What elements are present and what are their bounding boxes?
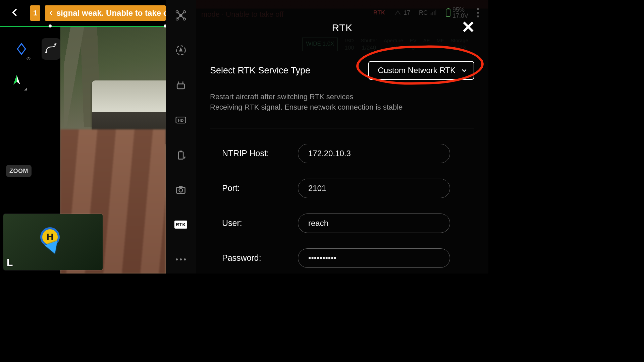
svg-rect-11 [177, 84, 184, 88]
svg-rect-17 [179, 150, 182, 152]
ntrip-host-label: NTRIP Host: [222, 148, 298, 158]
password-input[interactable]: •••••••••• [298, 248, 450, 268]
remote-controller-icon [175, 79, 187, 91]
chevron-down-icon [461, 67, 468, 74]
obstacle-avoid-button[interactable] [12, 38, 31, 60]
svg-point-5 [183, 11, 185, 13]
service-type-select[interactable]: Custom Network RTK [368, 61, 474, 80]
service-hints: Restart aircraft after switching RTK ser… [210, 92, 474, 113]
camera-icon [175, 184, 187, 196]
chevron-left-icon [48, 10, 54, 16]
svg-marker-10 [179, 47, 183, 52]
svg-marker-3 [13, 75, 17, 84]
back-button[interactable] [0, 0, 30, 26]
settings-sidebar: HD RTK [166, 0, 196, 274]
transmission-settings-button[interactable]: HD [174, 113, 187, 127]
rc-settings-button[interactable] [174, 78, 187, 92]
aircraft-settings-button[interactable] [174, 9, 187, 22]
chevron-left-icon [10, 7, 20, 19]
ntrip-form: NTRIP Host: 172.20.10.3 Port: 2101 User:… [210, 128, 474, 274]
rtk-panel: RTK Select RTK Service Type Custom Netwo… [196, 0, 488, 274]
left-toolbar: ZOOM [0, 27, 60, 177]
route-icon [44, 42, 58, 56]
svg-point-7 [183, 18, 185, 20]
compass-arrow-icon [10, 74, 23, 87]
service-type-value: Custom Network RTK [378, 66, 455, 75]
mini-map[interactable]: H L [3, 214, 103, 270]
ellipsis-icon [176, 258, 186, 260]
svg-marker-0 [17, 44, 25, 54]
rtk-icon: RTK [174, 221, 187, 229]
panel-title: RTK [210, 22, 474, 34]
rtk-settings-button[interactable]: RTK [174, 218, 187, 231]
hd-icon: HD [175, 114, 187, 126]
svg-point-1 [45, 51, 47, 53]
user-label: User: [222, 218, 298, 228]
port-label: Port: [222, 183, 298, 193]
svg-marker-18 [184, 157, 185, 159]
more-settings-button[interactable] [174, 253, 187, 266]
gimbal-settings-button[interactable] [174, 183, 187, 196]
radar-icon [175, 44, 187, 56]
close-button[interactable] [462, 20, 475, 35]
warning-banner[interactable]: signal weak. Unable to take off [45, 5, 166, 21]
drone-icon [175, 9, 187, 21]
battery-settings-button[interactable] [174, 148, 187, 162]
svg-rect-21 [179, 186, 183, 188]
diamond-icon [15, 42, 28, 56]
corner-indicator-icon [24, 88, 27, 90]
map-corner-label: L [7, 257, 13, 268]
heading-button[interactable] [6, 70, 28, 91]
svg-text:HD: HD [178, 118, 184, 122]
user-input[interactable]: reach [298, 214, 450, 233]
svg-rect-16 [178, 152, 183, 159]
flight-route-button[interactable] [42, 38, 60, 60]
port-input[interactable]: 2101 [298, 179, 450, 198]
battery-icon [175, 149, 187, 161]
warning-count-badge[interactable]: 1 [30, 5, 40, 21]
signal-icon [25, 54, 32, 60]
sensing-settings-button[interactable] [174, 44, 187, 57]
ntrip-host-input[interactable]: 172.20.10.3 [298, 144, 450, 163]
svg-point-6 [176, 18, 178, 20]
zoom-button[interactable]: ZOOM [6, 165, 32, 177]
close-icon [462, 20, 475, 34]
svg-point-20 [179, 188, 183, 192]
warning-text: signal weak. Unable to take off [56, 8, 166, 18]
password-label: Password: [222, 253, 298, 263]
service-type-label: Select RTK Service Type [210, 65, 310, 76]
svg-point-4 [176, 11, 178, 13]
svg-rect-8 [179, 14, 182, 17]
